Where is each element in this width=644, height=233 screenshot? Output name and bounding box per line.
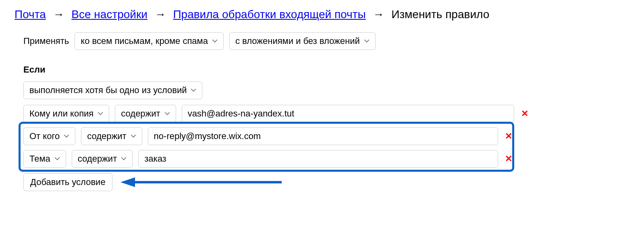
chevron-down-icon bbox=[54, 156, 60, 162]
breadcrumb-current: Изменить правило bbox=[391, 8, 489, 21]
remove-condition-icon[interactable]: ✕ bbox=[520, 108, 530, 119]
add-condition-button[interactable]: Добавить условие bbox=[23, 173, 112, 191]
condition-field-value: Тема bbox=[29, 154, 50, 164]
chevron-down-icon bbox=[364, 38, 370, 44]
condition-row: От кого содержит ✕ bbox=[23, 125, 513, 148]
breadcrumb-link-rules[interactable]: Правила обработки входящей почты bbox=[173, 8, 366, 21]
chevron-down-icon bbox=[98, 111, 103, 116]
remove-condition-icon[interactable]: ✕ bbox=[504, 131, 513, 141]
scope-selector[interactable]: ко всем письмам, кроме спама bbox=[75, 32, 224, 50]
condition-field-selector[interactable]: Кому или копия bbox=[23, 105, 109, 123]
chevron-down-icon bbox=[191, 87, 196, 93]
condition-op-value: содержит bbox=[121, 108, 160, 119]
attachment-selector-value: с вложениями и без вложений bbox=[235, 36, 360, 46]
match-mode-value: выполняется хотя бы одно из условий bbox=[29, 85, 187, 96]
breadcrumb-link-settings[interactable]: Все настройки bbox=[71, 8, 147, 21]
condition-op-selector[interactable]: содержит bbox=[115, 105, 176, 123]
scope-selector-value: ко всем письмам, кроме спама bbox=[81, 36, 208, 46]
condition-value-input[interactable] bbox=[182, 105, 514, 123]
condition-op-value: содержит bbox=[78, 154, 117, 164]
condition-op-selector[interactable]: содержит bbox=[72, 150, 133, 168]
annotation-arrow-icon bbox=[120, 176, 282, 188]
apply-label: Применять bbox=[23, 36, 69, 46]
breadcrumb-separator: → bbox=[155, 8, 166, 21]
condition-field-value: Кому или копия bbox=[29, 108, 93, 119]
condition-row: Кому или копия содержит ✕ bbox=[23, 102, 530, 125]
condition-op-value: содержит bbox=[87, 131, 126, 141]
chevron-down-icon bbox=[164, 111, 170, 116]
svg-marker-1 bbox=[120, 177, 135, 187]
condition-op-selector[interactable]: содержит bbox=[81, 127, 142, 145]
chevron-down-icon bbox=[121, 156, 127, 162]
condition-value-input[interactable] bbox=[138, 150, 498, 168]
condition-field-selector[interactable]: Тема bbox=[23, 150, 66, 168]
remove-condition-icon[interactable]: ✕ bbox=[504, 154, 513, 164]
condition-field-value: От кого bbox=[29, 131, 60, 141]
breadcrumb-separator: → bbox=[53, 8, 64, 21]
breadcrumb: Почта → Все настройки → Правила обработк… bbox=[15, 8, 629, 21]
breadcrumb-link-mail[interactable]: Почта bbox=[15, 8, 46, 21]
chevron-down-icon bbox=[64, 133, 69, 139]
breadcrumb-separator: → bbox=[373, 8, 384, 21]
condition-row: Тема содержит ✕ bbox=[23, 148, 513, 170]
condition-field-selector[interactable]: От кого bbox=[23, 127, 75, 145]
match-mode-selector[interactable]: выполняется хотя бы одно из условий bbox=[23, 81, 202, 99]
if-label: Если bbox=[23, 64, 629, 75]
chevron-down-icon bbox=[212, 38, 218, 44]
chevron-down-icon bbox=[131, 133, 136, 139]
apply-row: Применять ко всем письмам, кроме спама с… bbox=[23, 32, 629, 50]
attachment-selector[interactable]: с вложениями и без вложений bbox=[229, 32, 376, 50]
condition-value-input[interactable] bbox=[148, 127, 498, 145]
